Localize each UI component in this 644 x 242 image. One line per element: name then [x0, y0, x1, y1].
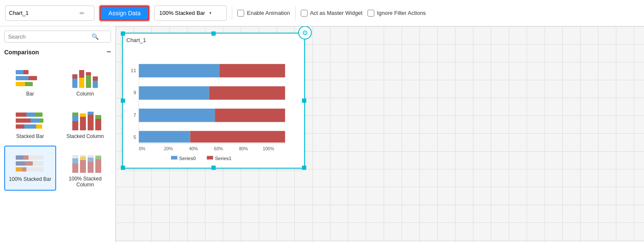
chart-item-column[interactable]: Column [60, 61, 111, 100]
svg-rect-29 [88, 112, 94, 115]
svg-rect-11 [86, 75, 91, 88]
svg-rect-5 [16, 82, 25, 86]
svg-text:Series1: Series1 [215, 156, 231, 161]
chart-label-column: Column [77, 91, 94, 97]
svg-text:9: 9 [134, 90, 136, 95]
stacked-bar-thumb [13, 106, 47, 132]
ignore-filter-checkbox[interactable] [368, 10, 374, 17]
svg-rect-46 [80, 157, 86, 160]
handle-bot-center[interactable] [211, 166, 216, 170]
svg-rect-1 [16, 70, 23, 74]
svg-rect-72 [190, 131, 285, 142]
chart-label-stacked-bar: Stacked Bar [16, 133, 44, 139]
svg-rect-21 [24, 124, 36, 129]
section-label: Comparison [4, 49, 39, 56]
svg-rect-40 [16, 167, 22, 172]
search-input[interactable] [8, 34, 89, 40]
svg-rect-52 [95, 156, 101, 159]
svg-rect-75 [207, 156, 213, 159]
svg-rect-7 [72, 79, 77, 88]
svg-text:11: 11 [131, 68, 136, 73]
svg-rect-69 [139, 109, 215, 122]
chart-type-grid: Bar Column [4, 61, 111, 191]
svg-rect-23 [72, 121, 78, 130]
svg-rect-28 [88, 115, 94, 130]
handle-top-center[interactable] [211, 31, 216, 36]
act-as-master-group[interactable]: Act as Master Widget [301, 10, 363, 17]
svg-text:0%: 0% [139, 146, 145, 151]
separator2 [295, 6, 296, 20]
separator [232, 6, 232, 20]
chart-name-input[interactable] [9, 10, 77, 16]
svg-text:20%: 20% [164, 146, 173, 151]
chart-label-bar: Bar [26, 91, 34, 97]
svg-rect-30 [95, 119, 101, 130]
bar-thumb [13, 64, 47, 89]
chart-label-100pct-stacked-bar: 100% Stacked Bar [9, 176, 51, 182]
svg-rect-73 [171, 156, 177, 159]
svg-rect-3 [16, 76, 28, 80]
chart-name-box: ✏ [5, 6, 94, 21]
svg-rect-27 [80, 113, 86, 117]
100pct-stacked-column-thumb [68, 149, 102, 174]
svg-rect-22 [36, 124, 42, 129]
chart-item-stacked-column[interactable]: Stacked Column [60, 103, 111, 142]
enable-animation-group[interactable]: Enable Animation [237, 10, 290, 17]
svg-rect-19 [40, 118, 43, 123]
svg-rect-48 [88, 162, 94, 173]
pencil-icon[interactable]: ✏ [80, 10, 85, 17]
svg-rect-25 [72, 113, 78, 116]
handle-bot-right[interactable] [302, 166, 306, 170]
chart-type-label: 100% Stacked Bar [159, 10, 205, 16]
act-as-master-checkbox[interactable] [301, 10, 308, 17]
svg-rect-18 [31, 118, 40, 123]
svg-rect-51 [95, 159, 101, 173]
enable-animation-checkbox[interactable] [237, 10, 244, 17]
svg-rect-16 [35, 113, 43, 117]
assign-data-button[interactable]: Assign Data [100, 6, 149, 21]
svg-rect-37 [16, 161, 25, 166]
chart-type-dropdown[interactable]: 100% Stacked Bar ▾ [154, 6, 227, 21]
handle-top-left[interactable] [121, 31, 125, 36]
chart-item-100pct-stacked-bar[interactable]: 100% Stacked Bar [4, 146, 56, 191]
svg-rect-14 [16, 113, 26, 117]
sidebar: 🔍 Comparison − Bar [0, 26, 116, 242]
svg-rect-24 [72, 116, 78, 121]
handle-mid-right[interactable] [302, 98, 306, 103]
svg-rect-66 [219, 64, 285, 78]
act-as-master-label: Act as Master Widget [310, 10, 363, 16]
ignore-filter-group[interactable]: Ignore Filter Actions [368, 10, 426, 17]
handle-bot-left[interactable] [121, 166, 125, 170]
handle-mid-left[interactable] [121, 98, 125, 103]
chart-label-100pct-stacked-column: 100% Stacked Column [63, 176, 108, 188]
minus-icon[interactable]: − [106, 48, 111, 56]
section-title: Comparison − [4, 48, 111, 56]
chevron-down-icon: ▾ [209, 11, 211, 15]
column-thumb [68, 64, 102, 89]
chart-label-stacked-column: Stacked Column [66, 133, 104, 139]
stacked-column-thumb [68, 106, 102, 132]
svg-rect-31 [95, 115, 101, 119]
chart-item-100pct-stacked-column[interactable]: 100% Stacked Column [60, 146, 111, 191]
svg-rect-17 [16, 118, 31, 123]
gear-icon: ⚙ [302, 29, 308, 37]
svg-rect-68 [209, 86, 285, 100]
svg-rect-67 [139, 86, 209, 100]
svg-rect-26 [80, 117, 86, 130]
canvas-area[interactable]: ⚙ Chart_1 11 9 7 5 0% 20% 40% 60% 80% [116, 26, 644, 242]
chart-svg: 11 9 7 5 0% 20% 40% 60% 80% 100% [126, 45, 301, 166]
svg-rect-13 [93, 81, 98, 88]
svg-text:80%: 80% [239, 146, 248, 151]
gear-button[interactable]: ⚙ [298, 26, 312, 39]
top-bar: ✏ Assign Data 100% Stacked Bar ▾ Enable … [0, 0, 644, 26]
svg-rect-65 [139, 64, 219, 78]
chart-widget: Chart_1 11 9 7 5 0% 20% 40% 60% 80% 100% [123, 34, 304, 168]
100pct-stacked-bar-thumb [13, 149, 47, 174]
svg-text:5: 5 [134, 135, 136, 140]
chart-item-bar[interactable]: Bar [4, 61, 56, 100]
svg-text:40%: 40% [189, 146, 198, 151]
svg-text:100%: 100% [263, 146, 274, 151]
enable-animation-label: Enable Animation [247, 10, 290, 16]
svg-text:Series0: Series0 [179, 156, 196, 161]
chart-item-stacked-bar[interactable]: Stacked Bar [4, 103, 56, 142]
